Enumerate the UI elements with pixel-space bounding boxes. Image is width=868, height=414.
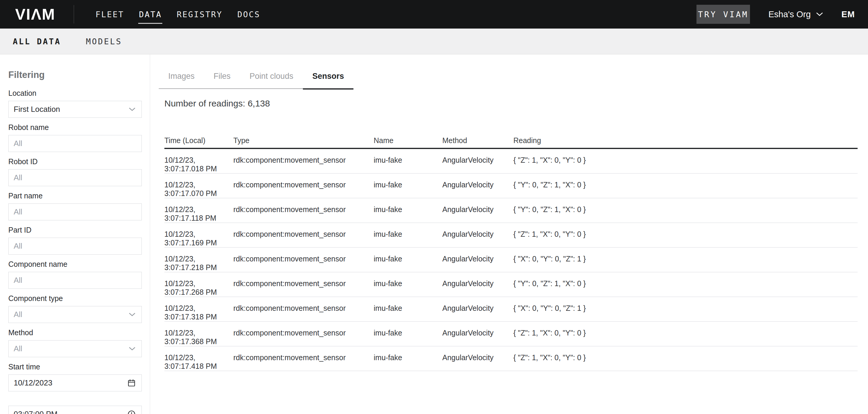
- filter-sidebar: Filtering Location First Location Robot …: [0, 54, 150, 414]
- data-type-tabs: Images Files Point clouds Sensors: [159, 71, 353, 89]
- table-row[interactable]: 10/12/23,3:07:17.418 PM rdk:component:mo…: [164, 346, 858, 371]
- cell-method: AngularVelocity: [442, 223, 514, 247]
- nav-item-registry[interactable]: REGISTRY: [177, 10, 222, 19]
- chevron-down-icon: [816, 12, 823, 17]
- robot-id-input[interactable]: All: [8, 169, 142, 186]
- cell-type: rdk:component:movement_sensor: [234, 223, 374, 247]
- select-value: All: [14, 310, 22, 319]
- cell-reading: { "Z": 1, "X": 0, "Y": 0 }: [514, 346, 858, 371]
- cell-type: rdk:component:movement_sensor: [234, 297, 374, 322]
- cell-name: imu-fake: [374, 148, 442, 173]
- select-value: First Location: [14, 105, 60, 114]
- table-row[interactable]: 10/12/23,3:07:17.318 PM rdk:component:mo…: [164, 297, 858, 322]
- subnav-item-all-data[interactable]: ALL DATA: [13, 37, 61, 46]
- cell-method: AngularVelocity: [442, 247, 514, 272]
- table-row[interactable]: 10/12/23,3:07:17.118 PM rdk:component:mo…: [164, 198, 858, 223]
- org-switcher[interactable]: Esha's Org: [768, 9, 823, 19]
- tab-sensors[interactable]: Sensors: [303, 71, 354, 90]
- part-name-input[interactable]: All: [8, 203, 142, 220]
- main-nav: FLEET DATA REGISTRY DOCS: [95, 10, 260, 19]
- cell-type: rdk:component:movement_sensor: [234, 198, 374, 223]
- cell-name: imu-fake: [374, 173, 442, 198]
- filter-label: Component name: [8, 260, 142, 269]
- table-row[interactable]: 10/12/23,3:07:17.268 PM rdk:component:mo…: [164, 272, 858, 297]
- table-row[interactable]: 10/12/23,3:07:17.169 PM rdk:component:mo…: [164, 223, 858, 247]
- readings-count: Number of readings: 6,138: [164, 98, 858, 109]
- app-body: Filtering Location First Location Robot …: [0, 54, 868, 414]
- cell-reading: { "Z": 1, "X": 0, "Y": 0 }: [514, 148, 858, 173]
- table-row[interactable]: 10/12/23,3:07:17.368 PM rdk:component:mo…: [164, 322, 858, 346]
- input-placeholder: All: [14, 241, 22, 251]
- filter-label: Part ID: [8, 226, 142, 235]
- tab-point-clouds[interactable]: Point clouds: [240, 71, 303, 89]
- chevron-down-icon: [129, 107, 135, 111]
- sidebar-title: Filtering: [8, 69, 142, 81]
- avatar[interactable]: EM: [841, 9, 855, 19]
- nav-item-data[interactable]: DATA: [139, 10, 162, 19]
- cell-type: rdk:component:movement_sensor: [234, 346, 374, 371]
- sensor-readings-table: Time (Local) Type Name Method Reading 10…: [164, 136, 858, 371]
- nav-item-docs[interactable]: DOCS: [238, 10, 260, 19]
- cell-name: imu-fake: [374, 322, 442, 346]
- date-value: 10/12/2023: [14, 378, 52, 387]
- location-select[interactable]: First Location: [8, 101, 142, 118]
- filter-part-id: Part ID All: [8, 226, 142, 255]
- clock-icon[interactable]: [127, 410, 135, 414]
- viam-logo[interactable]: VIΛM: [15, 0, 55, 29]
- table-row[interactable]: 10/12/23,3:07:17.218 PM rdk:component:mo…: [164, 247, 858, 272]
- column-header-name: Name: [374, 136, 442, 148]
- cell-time: 10/12/23,3:07:17.118 PM: [164, 198, 234, 223]
- table-row[interactable]: 10/12/23,3:07:17.070 PM rdk:component:mo…: [164, 173, 858, 198]
- start-date-input[interactable]: 10/12/2023: [8, 375, 142, 391]
- cell-time: 10/12/23,3:07:17.318 PM: [164, 297, 234, 322]
- cell-name: imu-fake: [374, 297, 442, 322]
- time-value: 03:07:00 PM: [14, 410, 57, 414]
- chevron-down-icon: [129, 313, 135, 317]
- cell-method: AngularVelocity: [442, 322, 514, 346]
- component-name-input[interactable]: All: [8, 272, 142, 289]
- cell-type: rdk:component:movement_sensor: [234, 247, 374, 272]
- component-type-select[interactable]: All: [8, 306, 142, 323]
- start-time-time-input[interactable]: 03:07:00 PM: [8, 406, 142, 414]
- subnav-item-models[interactable]: MODELS: [86, 37, 122, 46]
- input-placeholder: All: [14, 139, 22, 148]
- table-row[interactable]: 10/12/23,3:07:17.018 PM rdk:component:mo…: [164, 148, 858, 173]
- filter-component-name: Component name All: [8, 260, 142, 289]
- chevron-down-icon: [129, 347, 135, 351]
- robot-name-input[interactable]: All: [8, 135, 142, 152]
- input-placeholder: All: [14, 173, 22, 182]
- part-id-input[interactable]: All: [8, 238, 142, 255]
- cell-name: imu-fake: [374, 198, 442, 223]
- filter-label: Component type: [8, 294, 142, 303]
- column-header-method: Method: [442, 136, 514, 148]
- header-divider: [74, 5, 74, 24]
- filter-label: Robot name: [8, 123, 142, 132]
- calendar-icon[interactable]: [127, 379, 135, 387]
- cell-method: AngularVelocity: [442, 272, 514, 297]
- cell-reading: { "Y": 0, "Z": 1, "X": 0 }: [514, 272, 858, 297]
- cell-reading: { "Y": 0, "Z": 1, "X": 0 }: [514, 173, 858, 198]
- cell-type: rdk:component:movement_sensor: [234, 148, 374, 173]
- cell-method: AngularVelocity: [442, 148, 514, 173]
- cell-time: 10/12/23,3:07:17.368 PM: [164, 322, 234, 346]
- table-header-row: Time (Local) Type Name Method Reading: [164, 136, 858, 148]
- filter-location: Location First Location: [8, 89, 142, 118]
- app-header: VIΛM FLEET DATA REGISTRY DOCS TRY VIAM E…: [0, 0, 868, 29]
- select-value: All: [14, 344, 22, 353]
- tab-images[interactable]: Images: [159, 71, 204, 89]
- filter-part-name: Part name All: [8, 191, 142, 220]
- filter-component-type: Component type All: [8, 294, 142, 323]
- cell-name: imu-fake: [374, 272, 442, 297]
- filter-label: Part name: [8, 191, 142, 201]
- input-placeholder: All: [14, 207, 22, 216]
- filter-method: Method All: [8, 328, 142, 357]
- try-viam-button[interactable]: TRY VIAM: [696, 5, 750, 24]
- cell-reading: { "Y": 0, "Z": 1, "X": 0 }: [514, 198, 858, 223]
- cell-method: AngularVelocity: [442, 198, 514, 223]
- nav-item-fleet[interactable]: FLEET: [95, 10, 124, 19]
- method-select[interactable]: All: [8, 340, 142, 357]
- cell-time: 10/12/23,3:07:17.268 PM: [164, 272, 234, 297]
- cell-reading: { "Z": 1, "X": 0, "Y": 0 }: [514, 322, 858, 346]
- tab-files[interactable]: Files: [204, 71, 240, 89]
- filter-start-time: Start time 10/12/2023: [8, 362, 142, 391]
